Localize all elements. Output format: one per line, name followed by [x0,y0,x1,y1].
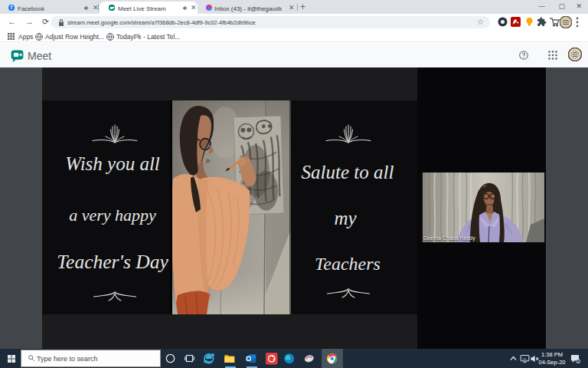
svg-text:1: 1 [577,359,580,363]
